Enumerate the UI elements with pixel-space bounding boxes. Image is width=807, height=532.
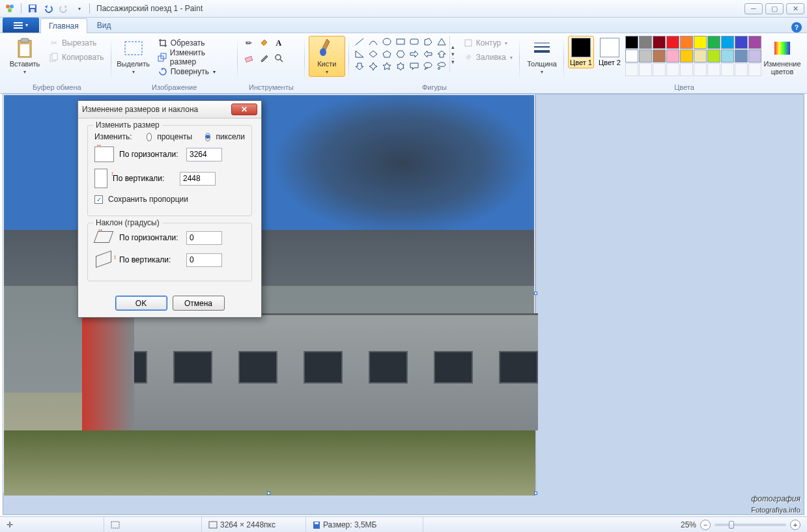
color-swatch[interactable] [735,36,748,49]
redo-icon[interactable] [57,1,71,16]
text-tool-icon[interactable]: A [272,36,286,50]
outline-button[interactable]: Контур▾ [460,36,516,50]
shape-rect-icon[interactable] [394,36,407,48]
shape-curve-icon[interactable] [367,36,380,48]
color-swatch-empty[interactable] [625,63,638,76]
dialog-close-button[interactable]: ✕ [231,104,257,115]
pixels-radio[interactable] [205,133,211,141]
skew-vert-input[interactable] [186,253,222,267]
cut-button[interactable]: ✂Вырезать [46,36,107,50]
color-swatch[interactable] [625,49,638,63]
shape-callout-rect-icon[interactable] [408,61,421,72]
eraser-tool-icon[interactable] [242,51,256,65]
shape-hexagon-icon[interactable] [394,48,407,60]
color-swatch[interactable] [721,49,734,63]
shape-diamond-icon[interactable] [367,48,380,60]
paste-button[interactable]: Вставить ▾ [7,36,43,77]
color2-button[interactable]: Цвет 2 [597,36,623,68]
color-swatch[interactable] [639,36,652,49]
size-button[interactable]: Толщина ▾ [524,36,560,77]
edit-colors-button[interactable]: Изменение цветов [764,36,800,77]
tab-view[interactable]: Вид [89,18,120,33]
color-swatch[interactable] [653,36,666,49]
zoom-in-button[interactable]: + [790,520,800,530]
shape-arrow-down-icon[interactable] [353,61,366,72]
keep-ratio-label[interactable]: Сохранить пропорции [108,195,188,204]
zoom-slider-thumb[interactable] [729,521,734,529]
color-swatch[interactable] [680,36,693,49]
bucket-tool-icon[interactable] [257,36,271,50]
shape-oval-icon[interactable] [380,36,393,48]
shape-pentagon-icon[interactable] [380,48,393,60]
zoom-out-button[interactable]: − [700,520,711,530]
ok-button[interactable]: OK [115,296,167,311]
shape-triangle-icon[interactable] [435,36,448,48]
color-swatch[interactable] [666,49,679,63]
color-swatch-empty[interactable] [748,63,761,76]
shape-arrow-up-icon[interactable] [435,48,448,60]
color-swatch-empty[interactable] [735,63,748,76]
shape-star4-icon[interactable] [367,61,380,72]
vert-input[interactable] [180,172,216,186]
shape-line-icon[interactable] [353,36,366,48]
color-swatch-empty[interactable] [721,63,734,76]
pencil-tool-icon[interactable]: ✏ [242,36,256,50]
color-swatch-empty[interactable] [694,63,707,76]
shape-callout-oval-icon[interactable] [421,61,434,72]
color-swatch[interactable] [625,36,638,49]
undo-icon[interactable] [41,1,55,16]
color-swatch-empty[interactable] [680,63,693,76]
color-swatch-empty[interactable] [639,63,652,76]
zoom-slider[interactable] [715,524,786,526]
color-swatch[interactable] [653,49,666,63]
color-swatch[interactable] [735,49,748,63]
resize-handle-s[interactable] [267,492,270,495]
pixels-label[interactable]: пиксели [216,132,245,141]
minimize-button[interactable]: ─ [744,3,763,14]
skew-horiz-input[interactable] [186,231,222,245]
color-swatch[interactable] [694,36,707,49]
brushes-button[interactable]: Кисти ▾ [309,36,345,77]
fill-button[interactable]: Заливка▾ [460,50,516,64]
shape-arrow-right-icon[interactable] [408,48,421,60]
percent-label[interactable]: проценты [157,132,192,141]
horiz-input[interactable] [186,148,222,161]
color-swatch-empty[interactable] [666,63,679,76]
shape-right-triangle-icon[interactable] [353,48,366,60]
dialog-titlebar[interactable]: Изменение размеров и наклона ✕ [78,101,261,119]
shapes-gallery[interactable] [353,36,448,72]
color-swatch-empty[interactable] [707,63,720,76]
shape-roundrect-icon[interactable] [408,36,421,48]
color-swatch[interactable] [748,36,761,49]
resize-handle-e[interactable] [534,292,537,295]
copy-button[interactable]: Копировать [46,50,107,64]
color-swatch-empty[interactable] [653,63,666,76]
color-swatch[interactable] [721,36,734,49]
cancel-button[interactable]: Отмена [173,296,225,311]
shape-polygon-icon[interactable] [421,36,434,48]
keep-ratio-checkbox[interactable]: ✓ [94,195,103,204]
file-menu-button[interactable]: ▾ [3,18,39,33]
select-button[interactable]: Выделить ▾ [115,36,152,77]
color-swatch[interactable] [694,49,707,63]
percent-radio[interactable] [147,133,152,141]
resize-button[interactable]: Изменить размер [154,50,234,64]
color-swatch[interactable] [666,36,679,49]
close-button[interactable]: ✕ [786,3,804,14]
shape-star5-icon[interactable] [380,61,393,72]
resize-handle-se[interactable] [534,492,537,495]
picker-tool-icon[interactable] [257,51,271,65]
magnifier-tool-icon[interactable] [272,51,286,65]
color-swatch[interactable] [707,49,720,63]
color-swatch[interactable] [680,49,693,63]
color-swatch[interactable] [639,49,652,63]
color-swatch[interactable] [748,49,761,63]
rotate-button[interactable]: Повернуть▾ [154,64,234,79]
app-icon[interactable] [3,1,17,16]
shape-callout-cloud-icon[interactable] [435,61,448,72]
color1-button[interactable]: Цвет 1 [568,36,594,68]
help-icon[interactable]: ? [791,22,802,33]
shape-star6-icon[interactable] [394,61,407,72]
color-swatch[interactable] [707,36,720,49]
qat-dropdown-icon[interactable]: ▾ [72,1,87,16]
